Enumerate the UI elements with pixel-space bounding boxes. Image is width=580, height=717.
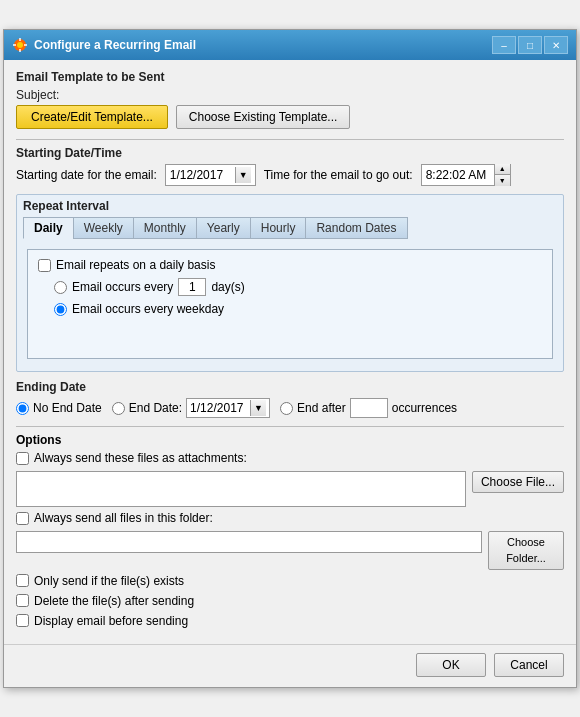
date-time-row: Starting date for the email: ▼ Time for … (16, 164, 564, 186)
occurs-every-row: Email occurs every day(s) (38, 278, 542, 296)
folder-file-row: ChooseFolder... (16, 531, 564, 570)
only-if-exists-checkbox[interactable] (16, 574, 29, 587)
close-button[interactable]: ✕ (544, 36, 568, 54)
delete-after-label[interactable]: Delete the file(s) after sending (34, 594, 194, 608)
create-edit-template-button[interactable]: Create/Edit Template... (16, 105, 168, 129)
starting-time-field[interactable] (422, 166, 494, 184)
no-end-date-radio[interactable] (16, 402, 29, 415)
ending-date-label: Ending Date (16, 380, 564, 394)
starting-datetime-label: Starting Date/Time (16, 146, 564, 160)
occurs-weekday-radio[interactable] (54, 303, 67, 316)
time-spin-down[interactable]: ▼ (495, 175, 510, 186)
window-title: Configure a Recurring Email (34, 38, 486, 52)
repeats-daily-checkbox[interactable] (38, 259, 51, 272)
date-dropdown-button[interactable]: ▼ (235, 167, 251, 183)
only-if-exists-label[interactable]: Only send if the file(s) exists (34, 574, 184, 588)
daily-tab-content: Email repeats on a daily basis Email occ… (27, 249, 553, 359)
choose-file-button[interactable]: Choose File... (472, 471, 564, 493)
attachments-label[interactable]: Always send these files as attachments: (34, 451, 247, 465)
tab-random-dates[interactable]: Random Dates (305, 217, 407, 239)
end-date-picker[interactable]: ▼ (186, 398, 270, 418)
choose-folder-button[interactable]: ChooseFolder... (488, 531, 564, 570)
date-field-label: Starting date for the email: (16, 168, 157, 182)
tab-monthly[interactable]: Monthly (133, 217, 196, 239)
email-template-section: Email Template to be Sent Subject: Creat… (16, 70, 564, 129)
occurs-every-input[interactable] (178, 278, 206, 296)
attachments-checkbox-row: Always send these files as attachments: (16, 451, 564, 465)
title-controls: – □ ✕ (492, 36, 568, 54)
minimize-button[interactable]: – (492, 36, 516, 54)
end-after-option: End after occurrences (280, 398, 457, 418)
tab-hourly[interactable]: Hourly (250, 217, 306, 239)
maximize-button[interactable]: □ (518, 36, 542, 54)
occurrences-label: occurrences (392, 401, 457, 415)
display-email-checkbox[interactable] (16, 614, 29, 627)
end-date-option: End Date: ▼ (112, 398, 270, 418)
tab-yearly[interactable]: Yearly (196, 217, 250, 239)
starting-date-input[interactable]: ▼ (165, 164, 256, 186)
main-content: Email Template to be Sent Subject: Creat… (4, 60, 576, 644)
no-end-date-label[interactable]: No End Date (33, 401, 102, 415)
email-template-label: Email Template to be Sent (16, 70, 564, 84)
choose-existing-template-button[interactable]: Choose Existing Template... (176, 105, 351, 129)
occurrences-input[interactable] (350, 398, 388, 418)
display-email-label[interactable]: Display email before sending (34, 614, 188, 628)
occurs-weekday-label[interactable]: Email occurs every weekday (72, 302, 224, 316)
end-after-radio[interactable] (280, 402, 293, 415)
footer: OK Cancel (4, 644, 576, 687)
end-date-dropdown-button[interactable]: ▼ (250, 400, 266, 416)
subject-label: Subject: (16, 88, 564, 102)
occurs-weekday-row: Email occurs every weekday (38, 302, 542, 316)
tab-weekly[interactable]: Weekly (73, 217, 133, 239)
occurs-every-unit: day(s) (211, 280, 244, 294)
end-after-label[interactable]: End after (297, 401, 346, 415)
end-date-field[interactable] (190, 401, 250, 415)
bottom-checkboxes: Only send if the file(s) exists Delete t… (16, 574, 564, 628)
attachments-file-row: Choose File... (16, 471, 564, 507)
repeats-daily-row: Email repeats on a daily basis (38, 258, 542, 272)
end-date-label[interactable]: End Date: (129, 401, 182, 415)
end-date-radio[interactable] (112, 402, 125, 415)
delete-after-checkbox[interactable] (16, 594, 29, 607)
template-buttons-row: Create/Edit Template... Choose Existing … (16, 105, 564, 129)
title-bar: Configure a Recurring Email – □ ✕ (4, 30, 576, 60)
attachments-textarea[interactable] (16, 471, 466, 507)
ok-button[interactable]: OK (416, 653, 486, 677)
repeats-daily-label[interactable]: Email repeats on a daily basis (56, 258, 215, 272)
repeat-tabs: Daily Weekly Monthly Yearly Hourly Rando… (23, 217, 557, 239)
repeat-interval-section: Repeat Interval Daily Weekly Monthly Yea… (16, 194, 564, 372)
repeat-interval-label: Repeat Interval (23, 199, 557, 213)
cancel-button[interactable]: Cancel (494, 653, 564, 677)
options-label: Options (16, 433, 564, 447)
starting-time-input[interactable]: ▲ ▼ (421, 164, 511, 186)
display-email-row: Display email before sending (16, 614, 564, 628)
delete-after-row: Delete the file(s) after sending (16, 594, 564, 608)
no-end-date-option: No End Date (16, 401, 102, 415)
folder-checkbox[interactable] (16, 512, 29, 525)
ending-date-section: Ending Date No End Date End Date: ▼ En (16, 380, 564, 418)
starting-date-field[interactable] (170, 168, 235, 182)
only-if-exists-row: Only send if the file(s) exists (16, 574, 564, 588)
tab-content-area: Email repeats on a daily basis Email occ… (23, 245, 557, 363)
svg-point-1 (17, 42, 23, 48)
occurs-every-radio[interactable] (54, 281, 67, 294)
attachments-checkbox[interactable] (16, 452, 29, 465)
main-window: Configure a Recurring Email – □ ✕ Email … (3, 29, 577, 688)
time-spin-buttons: ▲ ▼ (494, 164, 510, 186)
time-spin-up[interactable]: ▲ (495, 164, 510, 175)
ending-options-row: No End Date End Date: ▼ End after occurr… (16, 398, 564, 418)
folder-checkbox-row: Always send all files in this folder: (16, 511, 564, 525)
time-field-label: Time for the email to go out: (264, 168, 413, 182)
folder-label[interactable]: Always send all files in this folder: (34, 511, 213, 525)
options-section: Options Always send these files as attac… (16, 433, 564, 628)
app-icon (12, 37, 28, 53)
folder-textarea[interactable] (16, 531, 482, 553)
tab-daily[interactable]: Daily (23, 217, 73, 239)
starting-datetime-section: Starting Date/Time Starting date for the… (16, 146, 564, 186)
occurs-every-label[interactable]: Email occurs every (72, 280, 173, 294)
